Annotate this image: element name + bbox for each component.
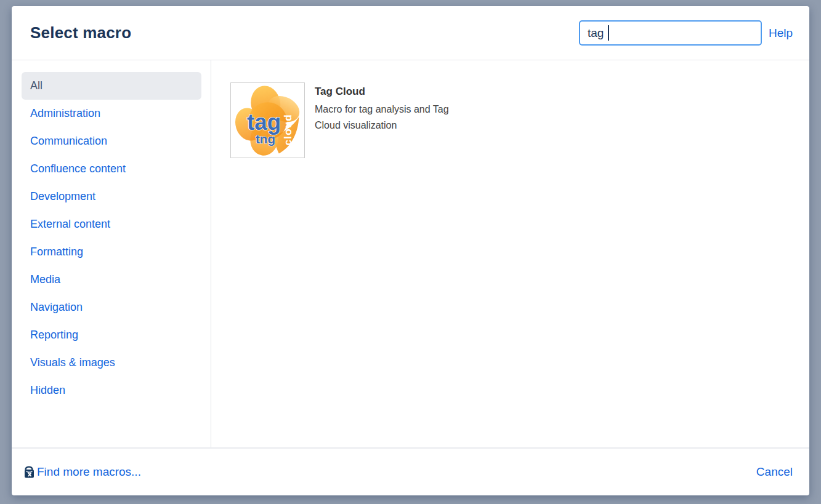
marketplace-icon: [23, 466, 35, 479]
sidebar-item-development[interactable]: Development: [22, 183, 201, 210]
dialog-footer: Find more macros... Cancel: [12, 447, 809, 495]
macro-list-item[interactable]: tag tng cloud Tag Cloud Macro for tag an…: [230, 82, 797, 158]
select-macro-dialog: Select macro tag Help All Administration…: [12, 6, 809, 495]
sidebar-item-communication[interactable]: Communication: [22, 127, 201, 155]
macro-text-block: Tag Cloud Macro for tag analysis and Tag…: [315, 82, 470, 134]
icon-word-tng: tng: [256, 132, 275, 146]
cancel-button[interactable]: Cancel: [756, 465, 793, 479]
dialog-body: All Administration Communication Conflue…: [12, 60, 809, 447]
dialog-header: Select macro tag Help: [12, 6, 809, 60]
help-link[interactable]: Help: [769, 26, 793, 40]
text-cursor: [608, 25, 609, 41]
icon-word-tag: tag: [247, 110, 281, 135]
category-sidebar: All Administration Communication Conflue…: [12, 60, 211, 447]
macro-results-panel: tag tng cloud Tag Cloud Macro for tag an…: [211, 60, 809, 447]
macro-search-input[interactable]: tag: [579, 20, 762, 46]
sidebar-item-navigation[interactable]: Navigation: [22, 294, 201, 321]
header-right: tag Help: [579, 20, 793, 46]
find-more-macros-link[interactable]: Find more macros...: [23, 465, 141, 479]
sidebar-item-reporting[interactable]: Reporting: [22, 321, 201, 349]
page-title: Select macro: [30, 23, 131, 42]
sidebar-item-visuals-images[interactable]: Visuals & images: [22, 349, 201, 377]
sidebar-item-hidden[interactable]: Hidden: [22, 377, 201, 404]
sidebar-item-media[interactable]: Media: [22, 266, 201, 294]
sidebar-item-confluence-content[interactable]: Confluence content: [22, 155, 201, 183]
sidebar-item-all[interactable]: All: [22, 72, 201, 100]
find-more-label: Find more macros...: [37, 465, 141, 479]
tag-cloud-icon: tag tng cloud: [230, 82, 305, 158]
macro-title: Tag Cloud: [315, 86, 470, 98]
sidebar-item-external-content[interactable]: External content: [22, 210, 201, 238]
search-input-value: tag: [588, 26, 604, 40]
sidebar-item-formatting[interactable]: Formatting: [22, 238, 201, 266]
icon-word-cloud: cloud: [281, 114, 294, 146]
macro-description: Macro for tag analysis and Tag Cloud vis…: [315, 102, 470, 134]
sidebar-item-administration[interactable]: Administration: [22, 100, 201, 127]
